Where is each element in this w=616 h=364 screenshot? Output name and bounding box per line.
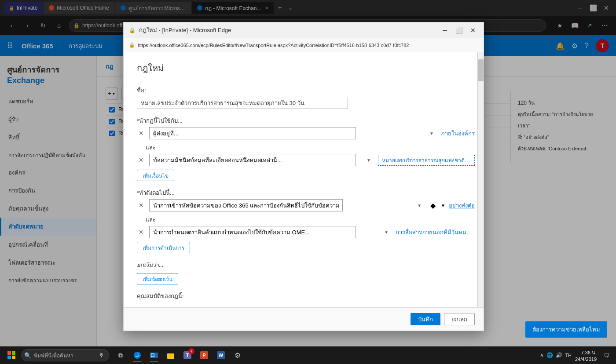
remove-action2-button[interactable]: ✕ [137, 229, 146, 236]
action2-link[interactable]: การสื่อสารภายนอกที่มีวันหมดอายุ [396, 228, 475, 237]
help-button[interactable]: ต้องการความช่วยเหลือไหม [525, 321, 607, 338]
and-label-2: และ [137, 215, 475, 224]
condition2-row: ✕ ข้อความมีชนิดข้อมูลที่ละเอียดอ่อนหนึ่ง… [137, 154, 475, 166]
apply-section: *นำกฎนี้ไปใช้กับ... ✕ ผู้ส่งอยู่ที่... ▼… [137, 116, 475, 181]
compliance-label: คุณสมบัติของกฎนี้: [137, 293, 184, 299]
name-label: ชื่อ: [137, 86, 475, 95]
taskbar-word[interactable]: W [213, 347, 229, 363]
dialog-url-text: https://outlook.office365.com/ecp/RulesE… [138, 43, 409, 48]
condition2-link-box[interactable]: หมายเลขบริการสาธารณสุขแห่งชาติ ของสหร [378, 155, 475, 166]
svg-rect-0 [7, 351, 11, 355]
file-explorer-icon [166, 351, 175, 360]
taskbar-apps: ⧉ T 4 [113, 347, 246, 363]
action1-select-wrapper: นำการเข้ารหัสข้อความของ Office 365 และกา… [149, 199, 425, 211]
tray-expand-icon[interactable]: ∧ [540, 352, 544, 358]
dialog-maximize-button[interactable]: ⬜ [454, 25, 464, 36]
dialog-body: กฎใหม่ ชื่อ: *นำกฎนี้ไปใช้กับ... ✕ ผู้ส่… [124, 52, 484, 307]
dialog-minimize-button[interactable]: ─ [440, 25, 450, 36]
svg-rect-8 [154, 353, 158, 358]
language-icon[interactable]: TH [565, 353, 572, 358]
microphone-icon[interactable]: 🎙 [99, 352, 104, 358]
add-except-button[interactable]: เพิ่มข้อยกเว้น [137, 273, 178, 284]
dialog-lock-icon: 🔒 [129, 27, 136, 33]
condition1-link[interactable]: ภายในองค์กร [441, 129, 475, 138]
remove-condition1-button[interactable]: ✕ [137, 130, 146, 137]
outlook-icon [150, 351, 158, 360]
taskbar-outlook[interactable] [146, 347, 162, 363]
condition2-select-wrapper: ข้อความมีชนิดข้อมูลที่ละเอียดอ่อนหนึ่งหม… [149, 154, 374, 166]
do-following-label: *ทำดังต่อไปนี้... [137, 188, 475, 197]
dialog-scroll-thumb[interactable] [478, 59, 484, 81]
condition2-select[interactable]: ข้อความมีชนิดข้อมูลที่ละเอียดอ่อนหนึ่งหม… [149, 154, 356, 166]
remove-condition2-button[interactable]: ✕ [137, 157, 146, 164]
svg-rect-1 [12, 351, 15, 355]
action2-dropdown-arrow: ▼ [384, 230, 389, 235]
action1-diamond-icon[interactable]: ◆ [429, 201, 437, 210]
action2-select[interactable]: นำการกำหนดตราสินค้าแบบกำหนดเองไปใช้กับข้… [149, 226, 356, 238]
settings-icon: ⚙ [235, 351, 241, 360]
svg-point-4 [134, 352, 141, 359]
action1-expand-arrow[interactable]: ▼ [441, 203, 445, 208]
condition2-dropdown-arrow: ▼ [367, 158, 371, 163]
svg-text:W: W [219, 353, 224, 358]
taskbar-explorer[interactable] [163, 347, 179, 363]
add-action-wrapper: เพิ่มการดำเนินการ [137, 242, 475, 253]
cancel-button[interactable]: ยกเลก [444, 313, 475, 325]
powerpoint-icon: P [200, 351, 209, 360]
dialog-url-bar: 🔒 https://outlook.office365.com/ecp/Rule… [124, 38, 484, 52]
windows-logo-icon [7, 351, 15, 359]
windows-start-button[interactable] [4, 347, 19, 363]
dialog-titlebar: 🔒 กฎใหม่ - [InPrivate] - Microsoft Edge … [124, 22, 484, 38]
volume-icon[interactable]: 🔊 [556, 352, 562, 358]
rule-name-input[interactable] [137, 97, 348, 109]
dialog-title: กฎใหม่ - [InPrivate] - Microsoft Edge [139, 25, 436, 35]
new-rule-dialog: 🔒 กฎใหม่ - [InPrivate] - Microsoft Edge … [123, 22, 484, 331]
action1-link[interactable]: อย่างส่งต่อ [449, 201, 475, 210]
do-following-section: *ทำดังต่อไปนี้... ✕ นำการเข้ารหัสข้อความ… [137, 188, 475, 253]
svg-point-7 [151, 354, 154, 357]
add-condition-wrapper: เพิ่มเงื่อนไข [137, 170, 475, 181]
network-icon[interactable]: 🌐 [546, 352, 553, 358]
condition1-row: ✕ ผู้ส่งอยู่ที่... ▼ ภายในองค์กร [137, 127, 475, 139]
action2-row: ✕ นำการกำหนดตราสินค้าแบบกำหนดเองไปใช้กับ… [137, 226, 475, 238]
except-label: ยกเว้นว่า... [137, 260, 475, 269]
dialog-footer: บันทึก ยกเลก [124, 307, 484, 331]
condition1-select[interactable]: ผู้ส่งอยู่ที่... [149, 127, 356, 139]
tray-icons: ∧ 🌐 🔊 TH [540, 352, 572, 358]
rule-editor-scroll-area: กฎใหม่ ชื่อ: *นำกฎนี้ไปใช้กับ... ✕ ผู้ส่… [124, 52, 484, 307]
compliance-section: คุณสมบัติของกฎนี้: [137, 291, 475, 301]
action1-row: ✕ นำการเข้ารหัสข้อความของ Office 365 และ… [137, 199, 475, 211]
dialog-close-button[interactable]: ✕ [468, 25, 478, 36]
svg-rect-3 [12, 356, 15, 359]
task-view-icon: ⧉ [118, 352, 123, 359]
dialog-url-lock-icon: 🔒 [129, 42, 135, 48]
remove-action1-button[interactable]: ✕ [137, 202, 146, 209]
action2-select-wrapper: นำการกำหนดตราสินค้าแบบกำหนดเองไปใช้กับข้… [149, 226, 392, 238]
search-placeholder: พิมพ์ที่นี่เพื่อค้นหา [34, 351, 73, 360]
save-button[interactable]: บันทึก [411, 313, 440, 325]
search-icon: 🔍 [24, 352, 31, 359]
name-section: ชื่อ: [137, 86, 475, 109]
svg-text:T: T [186, 353, 189, 358]
taskbar-settings[interactable]: ⚙ [230, 347, 246, 363]
teams-badge: 4 [188, 348, 194, 354]
svg-text:P: P [202, 353, 205, 358]
taskbar-search-box[interactable]: 🔍 พิมพ์ที่นี่เพื่อค้นหา 🎙 [21, 349, 109, 361]
system-clock[interactable]: 7:36 น. 24/4/2019 [575, 349, 597, 362]
action1-select[interactable]: นำการเข้ารหัสข้อความของ Office 365 และกา… [149, 199, 343, 211]
taskbar-powerpoint[interactable]: P [196, 347, 212, 363]
taskbar: 🔍 พิมพ์ที่นี่เพื่อค้นหา 🎙 ⧉ [0, 346, 616, 364]
notification-center-button[interactable]: 🗨 [600, 349, 612, 361]
word-icon: W [216, 351, 225, 360]
condition1-select-wrapper: ผู้ส่งอยู่ที่... ▼ [149, 127, 437, 139]
dialog-scrollbar[interactable] [477, 52, 484, 307]
rule-editor-title: กฎใหม่ [137, 61, 475, 75]
taskbar-task-view[interactable]: ⧉ [113, 347, 128, 363]
taskbar-edge[interactable] [129, 347, 145, 363]
system-tray: ∧ 🌐 🔊 TH 7:36 น. 24/4/2019 🗨 [540, 349, 612, 362]
svg-rect-2 [7, 356, 11, 359]
add-condition-button[interactable]: เพิ่มเงื่อนไข [137, 170, 174, 181]
add-action-button[interactable]: เพิ่มการดำเนินการ [137, 242, 190, 253]
edge-icon [133, 351, 142, 360]
taskbar-teams[interactable]: T 4 [180, 347, 195, 363]
